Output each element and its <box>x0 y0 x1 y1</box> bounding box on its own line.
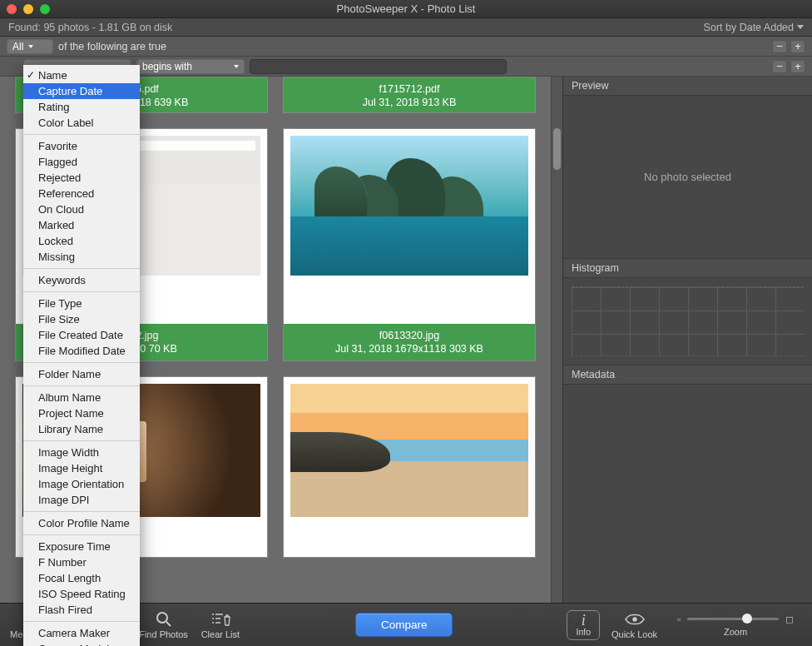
dropdown-separator <box>23 621 140 622</box>
dropdown-item[interactable]: Locked <box>23 233 140 249</box>
minimize-window-button[interactable] <box>23 4 33 14</box>
dropdown-item[interactable]: File Type <box>23 296 140 311</box>
histogram-title: Histogram <box>563 259 812 278</box>
dropdown-item[interactable]: Folder Name <box>23 366 140 382</box>
filter-value-input[interactable] <box>250 59 507 74</box>
dropdown-item[interactable]: Rating <box>23 99 140 115</box>
preview-title: Preview <box>563 77 812 96</box>
tool-label: Zoom <box>724 627 747 637</box>
dropdown-item[interactable]: Capture Date <box>23 83 140 99</box>
dropdown-separator <box>23 134 140 135</box>
window-title: PhotoSweeper X - Photo List <box>0 2 812 15</box>
filter-all-select[interactable]: All <box>7 39 53 54</box>
photo-name: f1715712.pdf <box>284 83 535 95</box>
filter-remove-button[interactable]: − <box>772 40 787 53</box>
dropdown-item[interactable]: Favorite <box>23 138 140 154</box>
tool-label: Clear List <box>201 629 240 639</box>
dropdown-item[interactable]: Image Height <box>23 460 140 476</box>
thumbnail-image <box>290 384 528 517</box>
zoom-out-icon[interactable]: ▫ <box>677 614 681 625</box>
filter-add-button[interactable]: + <box>790 60 805 73</box>
dropdown-item[interactable]: File Size <box>23 311 140 327</box>
zoom-slider[interactable] <box>687 618 779 620</box>
dropdown-item[interactable]: Image Orientation <box>23 476 140 492</box>
dropdown-item[interactable]: ISO Speed Rating <box>23 586 140 602</box>
quick-look-button[interactable]: Quick Look <box>611 611 657 639</box>
dropdown-item[interactable]: Project Name <box>23 405 140 421</box>
vertical-scrollbar[interactable] <box>551 77 562 603</box>
dropdown-item[interactable]: Flagged <box>23 154 140 170</box>
right-panel: Preview No photo selected Histogram Meta… <box>562 77 812 603</box>
tool-label: Find Photos <box>139 629 188 639</box>
sort-label: Sort by Date Added <box>704 22 794 33</box>
dropdown-item[interactable]: Image DPI <box>23 492 140 508</box>
dropdown-item[interactable]: Missing <box>23 249 140 265</box>
histogram-grid <box>572 286 804 356</box>
histogram-area <box>563 278 812 365</box>
dropdown-item[interactable]: Flash Fired <box>23 602 140 618</box>
dropdown-item[interactable]: Focal Length <box>23 570 140 586</box>
dropdown-item[interactable]: Color Profile Name <box>23 515 140 531</box>
dropdown-separator <box>23 362 140 363</box>
dropdown-item[interactable]: Library Name <box>23 421 140 437</box>
zoom-slider-knob[interactable] <box>742 614 752 624</box>
dropdown-item[interactable]: Marked <box>23 217 140 233</box>
tool-label: Info <box>576 627 591 637</box>
photo-meta: Jul 31, 2018 913 KB <box>284 97 535 108</box>
photo-card[interactable] <box>283 376 536 558</box>
titlebar: PhotoSweeper X - Photo List <box>0 0 812 18</box>
dropdown-separator <box>23 291 140 292</box>
filter-all-label: All <box>12 41 23 52</box>
scrollbar-thumb[interactable] <box>553 128 561 170</box>
chevron-down-icon <box>234 65 239 68</box>
svg-point-0 <box>157 613 167 623</box>
close-window-button[interactable] <box>7 4 17 14</box>
filter-operator-label: begins with <box>142 61 192 72</box>
dropdown-item[interactable]: Referenced <box>23 186 140 201</box>
found-count: Found: 95 photos - 1.81 GB on disk <box>8 22 172 33</box>
clear-list-button[interactable]: Clear List <box>200 611 241 639</box>
dropdown-separator <box>23 268 140 269</box>
list-trash-icon <box>210 611 230 628</box>
dropdown-item[interactable]: On Cloud <box>23 201 140 217</box>
sort-menu[interactable]: Sort by Date Added <box>704 22 804 33</box>
filter-suffix: of the following are true <box>58 41 166 52</box>
photo-card[interactable]: f0613320.jpg Jul 31, 2018 1679x1118 303 … <box>283 128 536 361</box>
zoom-in-icon[interactable]: ◻ <box>785 614 794 625</box>
preview-area: No photo selected <box>563 96 812 259</box>
dropdown-item[interactable]: F Number <box>23 554 140 570</box>
dropdown-item[interactable]: Color Label <box>23 115 140 131</box>
compare-label: Compare <box>381 619 428 631</box>
metadata-area <box>563 385 812 603</box>
zoom-control[interactable]: ▫ ◻ Zoom <box>669 614 802 637</box>
photo-meta: Jul 31, 2018 1679x1118 303 KB <box>284 343 535 355</box>
dropdown-item[interactable]: Camera Model <box>23 641 140 646</box>
dropdown-item[interactable]: File Created Date <box>23 327 140 343</box>
filter-field-dropdown[interactable]: NameCapture DateRatingColor LabelFavorit… <box>23 65 140 646</box>
dropdown-separator <box>23 440 140 441</box>
dropdown-item[interactable]: Camera Maker <box>23 625 140 641</box>
dropdown-item[interactable]: Album Name <box>23 390 140 405</box>
chevron-down-icon <box>797 25 804 29</box>
dropdown-item[interactable]: Image Width <box>23 445 140 460</box>
thumbnail-image <box>290 136 528 276</box>
info-button[interactable]: i Info <box>567 610 600 640</box>
preview-empty-text: No photo selected <box>644 171 731 183</box>
tool-label: Quick Look <box>611 629 657 639</box>
photo-card[interactable]: f1715712.pdf Jul 31, 2018 913 KB <box>283 77 536 113</box>
dropdown-item[interactable]: File Modified Date <box>23 343 140 359</box>
compare-button[interactable]: Compare <box>355 613 453 637</box>
photo-name: f0613320.jpg <box>284 330 535 341</box>
filter-add-button[interactable]: + <box>790 40 805 53</box>
dropdown-item[interactable]: Keywords <box>23 272 140 288</box>
dropdown-item[interactable]: Exposure Time <box>23 539 140 554</box>
filter-operator-select[interactable]: begins with <box>136 59 245 74</box>
filter-remove-button[interactable]: − <box>772 60 787 73</box>
dropdown-item[interactable]: Rejected <box>23 170 140 186</box>
statusbar: Found: 95 photos - 1.81 GB on disk Sort … <box>0 18 812 37</box>
dropdown-item[interactable]: Name <box>23 67 140 83</box>
zoom-window-button[interactable] <box>40 4 50 14</box>
dropdown-separator <box>23 534 140 535</box>
search-icon <box>154 611 174 628</box>
find-photos-button[interactable]: Find Photos <box>139 611 188 639</box>
